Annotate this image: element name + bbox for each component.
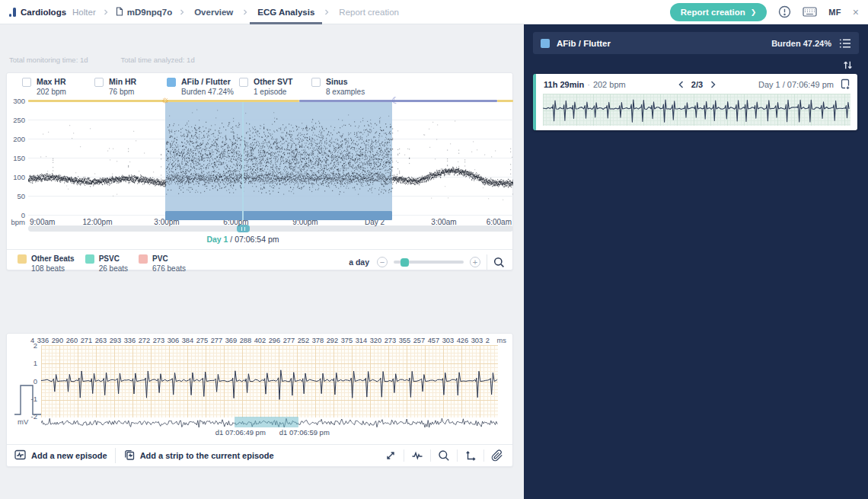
add-new-episode-button[interactable]: Add a new episode (14, 449, 107, 462)
rr-value: 290 (52, 337, 64, 344)
rr-value: 457 (428, 337, 440, 344)
rr-value: 306 (168, 337, 180, 344)
attachment-icon[interactable] (490, 448, 505, 463)
breadcrumb-record[interactable]: mD9npq7o (116, 7, 172, 18)
rr-value: 288 (240, 337, 252, 344)
rr-value: 263 (95, 337, 107, 344)
zoom-slider-handle[interactable] (400, 258, 409, 267)
beats-legend-item-psvc[interactable]: PSVC26 beats (85, 254, 128, 274)
rr-value: 314 (356, 337, 368, 344)
avatar[interactable]: MF (828, 8, 841, 17)
rr-value: 402 (254, 337, 266, 344)
zoom-out-button[interactable]: − (377, 257, 388, 267)
breadcrumb-chevron-icon (103, 9, 109, 15)
zoom-icon[interactable] (436, 448, 452, 463)
rr-value: 277 (283, 337, 295, 344)
chart-cursor-line[interactable] (242, 102, 244, 220)
y-tick: 300 (7, 97, 25, 105)
rr-value: 375 (341, 337, 353, 344)
y-tick: 50 (7, 192, 25, 200)
x-tick: 12:00pm (83, 218, 113, 226)
episode-card-header: 11h 29min · 202 bpm 2/3 Day 1 / 07:06:49… (544, 78, 850, 91)
rr-value: 296 (269, 337, 281, 344)
rr-value: 384 (182, 337, 194, 344)
ecg-strip-plot[interactable] (41, 345, 498, 417)
episode-ecg-strip[interactable] (543, 94, 850, 126)
y-tick: 100 (7, 173, 25, 181)
prev-episode-icon[interactable] (678, 80, 685, 89)
add-strip-button[interactable]: Add a strip to the current episode (123, 449, 274, 462)
x-tick: 6:00am (487, 218, 512, 226)
mv-unit: mV (18, 417, 28, 426)
rr-value: 355 (399, 337, 411, 344)
info-icon[interactable] (778, 5, 791, 18)
rr-value: 292 (327, 337, 339, 344)
episode-timestamp: Day 1 / 07:06:49 pm (758, 80, 834, 89)
cardiologs-logo[interactable]: Cardiologs Holter (9, 8, 96, 17)
copy-strip-icon (123, 449, 135, 462)
next-episode-icon[interactable] (710, 80, 716, 89)
rr-value: 303 (442, 337, 455, 344)
chart-scrollbar[interactable] (28, 226, 513, 232)
strip-end-time: d1 07:06:59 pm (279, 428, 330, 437)
rr-value: 336 (37, 337, 49, 344)
episode-icon (14, 449, 26, 462)
rr-value: 275 (196, 337, 209, 344)
y-tick: 150 (7, 154, 25, 162)
tab-report-creation[interactable]: Report creation (337, 0, 401, 24)
strip-start-time: d1 07:06:49 pm (215, 428, 266, 437)
search-episode-icon[interactable] (493, 257, 505, 268)
navbar-right-group: Report creation❯ MF × (670, 3, 859, 21)
rr-value: 272 (139, 337, 151, 344)
rr-value: 426 (457, 337, 469, 344)
afib-panel-header[interactable]: AFib / Flutter Burden 47.24% (533, 32, 859, 54)
ecg-waveform (41, 345, 498, 417)
caliper-icon[interactable] (463, 448, 478, 463)
product-suffix: Holter (72, 8, 96, 17)
y-tick: 250 (7, 116, 25, 124)
tab-ecg-analysis[interactable]: ECG Analysis (255, 0, 317, 24)
sort-episodes-icon[interactable] (841, 58, 855, 72)
color-swatch (18, 254, 27, 264)
calibration-pulse-icon (13, 378, 43, 417)
close-icon[interactable]: × (853, 7, 859, 18)
zoom-range-label: a day (349, 257, 369, 267)
rr-value: 277 (211, 337, 223, 344)
y-tick: 200 (7, 135, 25, 143)
divider (457, 449, 458, 462)
hr-chart[interactable]: bpm ☼ ☾ Day 1 / 07:06:54 pm Other Beats1… (7, 73, 512, 270)
rr-value: 2 (486, 337, 490, 344)
hr-scatter-plot[interactable] (28, 101, 513, 215)
beats-legend-item-other-beats[interactable]: Other Beats108 beats (18, 254, 75, 274)
y-tick: 0 (7, 211, 25, 219)
rr-value: 293 (110, 337, 122, 344)
beats-legend: Other Beats108 beatsPSVC26 beatsPVC676 b… (18, 254, 186, 274)
expand-icon[interactable] (383, 448, 398, 463)
strip-tools (383, 448, 505, 463)
strip-selection-highlight[interactable] (235, 417, 298, 427)
afib-selection-bar[interactable] (165, 211, 392, 220)
monitoring-totals: Total monitoring time: 1d Total time ana… (9, 56, 195, 64)
add-strip-to-report-icon[interactable] (840, 78, 850, 90)
zoom-controls: a day − + (349, 253, 505, 271)
rr-value: 303 (471, 337, 483, 344)
report-creation-button[interactable]: Report creation❯ (670, 3, 767, 21)
divider (7, 249, 512, 250)
x-tick: 3:00am (431, 218, 456, 226)
keyboard-shortcuts-icon[interactable] (803, 7, 817, 17)
zoom-slider[interactable] (394, 261, 464, 264)
zoom-in-button[interactable]: + (470, 257, 480, 267)
episode-list-icon[interactable] (839, 38, 851, 49)
document-icon (116, 7, 123, 18)
beats-legend-item-pvc[interactable]: PVC676 beats (139, 254, 186, 274)
x-tick: 9:00am (30, 218, 55, 226)
mv-tick: 1 (7, 359, 37, 367)
episode-card[interactable]: 11h 29min · 202 bpm 2/3 Day 1 / 07:06:49… (533, 74, 857, 130)
tab-overview[interactable]: Overview (192, 0, 235, 24)
rr-value: 320 (370, 337, 382, 344)
rr-interval-values: 4336290260271263293336272273306384275277… (30, 337, 490, 344)
rr-value: 260 (66, 337, 78, 344)
pulse-icon[interactable] (410, 448, 425, 463)
mv-tick: 2 (7, 341, 37, 350)
cardiologs-logo-icon (9, 8, 16, 17)
